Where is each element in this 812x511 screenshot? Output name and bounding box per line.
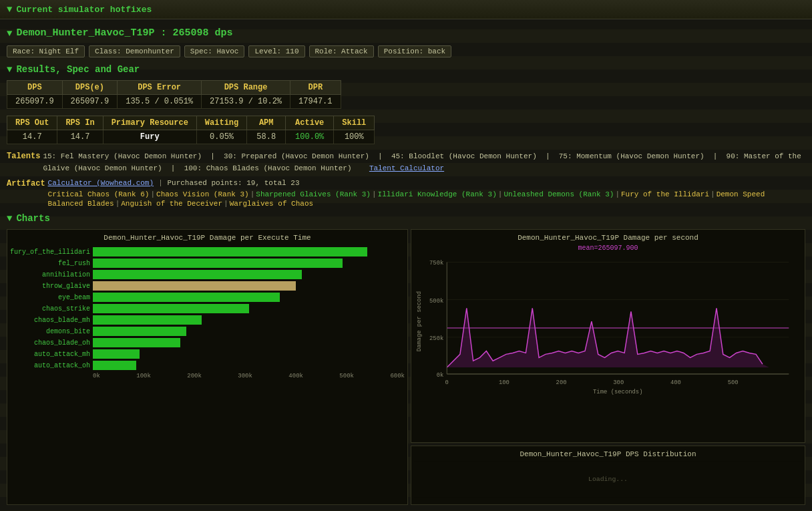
resource-table: RPS Out RPS In Primary Resource Waiting … bbox=[7, 116, 375, 144]
bar-outer-chaos-strike bbox=[93, 304, 405, 313]
bar-row-fury: fury_of_the_illidari bbox=[10, 247, 405, 257]
trait-illidari-knowledge: Illidari Knowledge (Rank 3) bbox=[378, 190, 497, 198]
bar-label-chaos-blade-oh: chaos_blade_oh bbox=[10, 339, 90, 347]
tag-position: Position: back bbox=[378, 45, 451, 57]
val-dps-range: 27153.9 / 10.2% bbox=[202, 95, 290, 109]
bar-row-auto-mh: auto_attack_mh bbox=[10, 349, 405, 359]
bar-outer-demons-bite bbox=[93, 327, 405, 336]
talents-label: Talents bbox=[7, 151, 40, 161]
val-skill: 100% bbox=[334, 130, 375, 144]
val-rps-in: 14.7 bbox=[57, 130, 103, 144]
x-label-400k: 400k bbox=[288, 373, 303, 379]
val-primary-resource: Fury bbox=[103, 130, 196, 144]
artifact-label: Artifact bbox=[7, 178, 45, 188]
svg-text:400: 400 bbox=[670, 379, 681, 386]
val-waiting: 0.05% bbox=[196, 130, 246, 144]
artifact-traits: Critical Chaos (Rank 6) | Chaos Vision (… bbox=[48, 190, 805, 208]
col-dpse: DPS(e) bbox=[62, 81, 118, 95]
trait-anguish: Anguish of the Deceiver bbox=[121, 200, 222, 208]
trait-sharpened-glaives: Sharpened Glaives (Rank 3) bbox=[256, 190, 371, 198]
trait-unleashed-demons: Unleashed Demons (Rank 3) bbox=[503, 190, 614, 198]
bar-fill-fury bbox=[93, 247, 367, 257]
trait-sep-1: | bbox=[150, 190, 155, 198]
bar-fill-eye-beam bbox=[93, 293, 280, 302]
trait-sep-2: | bbox=[250, 190, 255, 198]
tag-role: Role: Attack bbox=[309, 45, 374, 57]
val-dpr: 17947.1 bbox=[290, 95, 341, 109]
trait-balanced-blades: Balanced Blades bbox=[48, 200, 114, 208]
talent-calculator-link[interactable]: Talent Calculator bbox=[369, 164, 444, 172]
col-rps-in: RPS In bbox=[57, 116, 103, 130]
charts-row: Demon_Hunter_Havoc_T19P Damage per Execu… bbox=[7, 229, 805, 505]
talents-row: Talents 15: Fel Mastery (Havoc Demon Hun… bbox=[7, 151, 805, 174]
bar-fill-auto-oh bbox=[93, 361, 136, 370]
svg-text:0: 0 bbox=[445, 379, 449, 386]
col-dpr: DPR bbox=[290, 81, 341, 95]
results-section-title: Results, Spec and Gear bbox=[16, 64, 140, 75]
dps-stats-table: DPS DPS(e) DPS Error DPS Range DPR 26509… bbox=[7, 80, 341, 109]
col-dps-error: DPS Error bbox=[118, 81, 202, 95]
val-dps-error: 135.5 / 0.051% bbox=[118, 95, 202, 109]
charts-section-title: Charts bbox=[16, 213, 49, 224]
tag-spec: Spec: Havoc bbox=[184, 45, 245, 57]
val-apm: 58.8 bbox=[247, 130, 286, 144]
bar-fill-chaos-strike bbox=[93, 304, 249, 313]
bar-outer-eye-beam bbox=[93, 293, 405, 302]
talents-text: 15: Fel Mastery (Havoc Demon Hunter) | 3… bbox=[43, 151, 805, 174]
svg-text:100: 100 bbox=[499, 379, 510, 386]
x-label-300k: 300k bbox=[238, 373, 252, 379]
svg-text:500: 500 bbox=[728, 379, 739, 386]
svg-text:Time (seconds): Time (seconds) bbox=[593, 389, 642, 396]
bar-label-throw-glaive: throw_glaive bbox=[10, 283, 90, 290]
x-label-600k: 600k bbox=[390, 373, 405, 379]
bar-label-demons-bite: demons_bite bbox=[10, 328, 90, 335]
bar-label-annihilation: annihilation bbox=[10, 271, 90, 279]
bar-label-auto-mh: auto_attack_mh bbox=[10, 351, 90, 358]
svg-text:0k: 0k bbox=[437, 372, 444, 379]
trait-demon-speed: Demon Speed bbox=[717, 190, 765, 198]
svg-text:300: 300 bbox=[613, 379, 624, 386]
bar-outer-fury bbox=[93, 247, 405, 257]
tags-row: Race: Night Elf Class: Demonhunter Spec:… bbox=[7, 45, 805, 57]
col-skill: Skill bbox=[334, 116, 375, 130]
bar-fill-demons-bite bbox=[93, 327, 186, 336]
charts-arrow-icon: ▼ bbox=[7, 213, 12, 224]
line-chart-container: Demon_Hunter_Havoc_T19P Damage per secon… bbox=[411, 229, 805, 443]
col-rps-out: RPS Out bbox=[7, 116, 57, 130]
charts-section-header: ▼ Charts bbox=[7, 213, 805, 224]
val-dps: 265097.9 bbox=[7, 95, 63, 109]
val-active: 100.0% bbox=[286, 130, 334, 144]
col-dps: DPS bbox=[7, 81, 63, 95]
bar-outer-throw-glaive bbox=[93, 281, 405, 291]
bar-outer-chaos-blade-oh bbox=[93, 338, 405, 347]
svg-text:200: 200 bbox=[556, 379, 567, 386]
svg-text:500k: 500k bbox=[429, 298, 443, 305]
artifact-row: Artifact Calculator (Wowhead.com) | Purc… bbox=[7, 178, 805, 208]
trait-sep-8: | bbox=[224, 200, 228, 208]
svg-text:750k: 750k bbox=[429, 261, 443, 267]
right-charts: Demon_Hunter_Havoc_T19P Damage per secon… bbox=[411, 229, 805, 505]
hotfix-title: Current simulator hotfixes bbox=[16, 5, 152, 15]
tag-race: Race: Night Elf bbox=[7, 45, 85, 57]
trait-sep-5: | bbox=[615, 190, 620, 198]
bar-row-fel-rush: fel_rush bbox=[10, 259, 405, 268]
bar-outer-fel-rush bbox=[93, 259, 405, 268]
main-content: ▼ Demon_Hunter_Havoc_T19P : 265098 dps R… bbox=[0, 19, 812, 510]
results-section-header: ▼ Results, Spec and Gear bbox=[7, 64, 805, 75]
bar-chart-container: Demon_Hunter_Havoc_T19P Damage per Execu… bbox=[7, 229, 408, 505]
bar-row-eye-beam: eye_beam bbox=[10, 293, 405, 302]
bar-fill-chaos-blade-oh bbox=[93, 338, 180, 347]
bar-outer-auto-mh bbox=[93, 349, 405, 359]
bar-chart-title: Demon_Hunter_Havoc_T19P Damage per Execu… bbox=[10, 234, 405, 242]
artifact-calc-link[interactable]: Calculator (Wowhead.com) bbox=[48, 179, 154, 187]
trait-sep-3: | bbox=[372, 190, 377, 198]
line-chart-title: Demon_Hunter_Havoc_T19P Damage per secon… bbox=[414, 234, 802, 242]
bar-label-auto-oh: auto_attack_oh bbox=[10, 362, 90, 369]
charts-section: ▼ Charts Demon_Hunter_Havoc_T19P Damage … bbox=[7, 213, 805, 505]
bar-row-auto-oh: auto_attack_oh bbox=[10, 361, 405, 370]
x-label-0k: 0k bbox=[93, 373, 100, 379]
col-waiting: Waiting bbox=[196, 116, 246, 130]
bar-label-fury: fury_of_the_illidari bbox=[10, 248, 90, 256]
svg-text:Damage per second: Damage per second bbox=[416, 291, 423, 351]
trait-critical-chaos: Critical Chaos (Rank 6) bbox=[48, 190, 150, 198]
